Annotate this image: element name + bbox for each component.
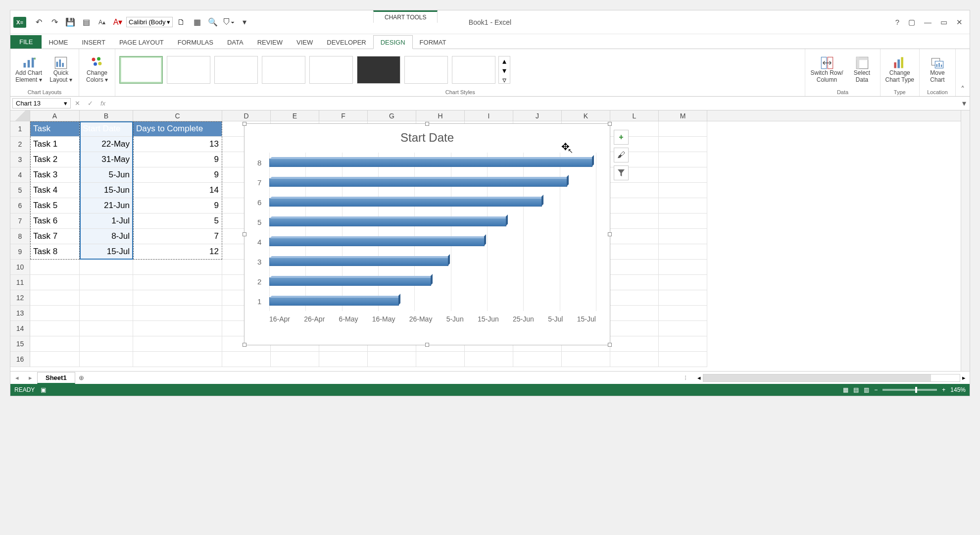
row-header-13[interactable]: 13 [10, 306, 30, 321]
cell-C12[interactable] [133, 290, 222, 306]
maximize-button[interactable]: ▭ [940, 18, 947, 27]
cell-E16[interactable] [271, 352, 319, 367]
cell-L16[interactable] [610, 352, 659, 367]
view-page-break-button[interactable]: ▥ [864, 386, 869, 393]
cell-M5[interactable] [659, 183, 707, 198]
chart-style-1[interactable] [119, 56, 163, 84]
cell-D16[interactable] [222, 352, 271, 367]
chart-bar-3[interactable] [269, 258, 448, 266]
collapse-ribbon-button[interactable]: ˄ [956, 83, 970, 96]
cell-C14[interactable] [133, 321, 222, 336]
qat-customize[interactable]: ▾ [237, 15, 252, 30]
quick-layout-button[interactable]: Quick Layout ▾ [46, 55, 76, 84]
cell-L14[interactable] [610, 321, 659, 336]
save-button[interactable]: 💾 [63, 15, 78, 30]
cell-C4[interactable]: 9 [133, 167, 222, 183]
cell-L11[interactable] [610, 275, 659, 290]
cell-C5[interactable]: 14 [133, 183, 222, 198]
chart-style-8[interactable] [452, 56, 495, 84]
cell-A9[interactable]: Task 8 [30, 244, 80, 260]
row-header-6[interactable]: 6 [10, 198, 30, 214]
cell-L9[interactable] [610, 244, 659, 260]
cell-C9[interactable]: 12 [133, 244, 222, 260]
cell-A11[interactable] [30, 275, 80, 290]
ribbon-tab-design[interactable]: DESIGN [373, 35, 413, 49]
ribbon-tab-review[interactable]: REVIEW [250, 36, 290, 49]
cell-L13[interactable] [610, 306, 659, 321]
chart-style-3[interactable] [214, 56, 258, 84]
ribbon-tab-home[interactable]: HOME [42, 36, 75, 49]
cell-C3[interactable]: 9 [133, 152, 222, 167]
cell-A16[interactable] [30, 352, 80, 367]
cell-B8[interactable]: 8-Jul [80, 229, 133, 244]
horizontal-scrollbar[interactable] [703, 374, 960, 382]
cell-B2[interactable]: 22-May [80, 137, 133, 152]
cell-B11[interactable] [80, 275, 133, 290]
chart-style-6[interactable] [357, 56, 400, 84]
cell-C2[interactable]: 13 [133, 137, 222, 152]
row-header-12[interactable]: 12 [10, 290, 30, 306]
redo-button[interactable]: ↷ [47, 15, 62, 30]
ribbon-tab-page-layout[interactable]: PAGE LAYOUT [112, 36, 171, 49]
cell-A12[interactable] [30, 290, 80, 306]
column-header-C[interactable]: C [133, 110, 222, 121]
column-header-J[interactable]: J [513, 110, 562, 121]
help-button[interactable]: ? [895, 18, 899, 27]
cell-C1[interactable]: Days to Complete [133, 121, 222, 137]
cell-A15[interactable] [30, 336, 80, 352]
chart-resize-handle[interactable] [243, 122, 246, 126]
cell-B10[interactable] [80, 260, 133, 275]
column-header-M[interactable]: M [659, 110, 707, 121]
chart-style-2[interactable] [167, 56, 210, 84]
column-header-K[interactable]: K [562, 110, 610, 121]
cell-M11[interactable] [659, 275, 707, 290]
chart-plot-area[interactable]: 87654321 [269, 153, 596, 311]
chart-style-scroll[interactable]: ▴▾▿ [498, 56, 510, 84]
close-button[interactable]: ✕ [956, 18, 963, 27]
cell-C7[interactable]: 5 [133, 214, 222, 229]
cell-L7[interactable] [610, 214, 659, 229]
column-header-E[interactable]: E [271, 110, 319, 121]
cell-B9[interactable]: 15-Jul [80, 244, 133, 260]
chart-resize-handle[interactable] [425, 343, 429, 347]
undo-button[interactable]: ↶ [31, 15, 46, 30]
cell-M4[interactable] [659, 167, 707, 183]
cell-A5[interactable]: Task 4 [30, 183, 80, 198]
cell-M3[interactable] [659, 152, 707, 167]
sheet-tab-sheet1[interactable]: Sheet1 [37, 372, 75, 384]
column-header-H[interactable]: H [416, 110, 465, 121]
chart-bar-4[interactable] [269, 238, 485, 246]
enter-formula-button[interactable]: ✓ [84, 100, 97, 107]
zoom-out-button[interactable]: − [874, 386, 878, 393]
cell-I16[interactable] [465, 352, 513, 367]
row-header-10[interactable]: 10 [10, 260, 30, 275]
cell-C13[interactable] [133, 306, 222, 321]
cell-M2[interactable] [659, 137, 707, 152]
sheet-nav[interactable]: ◂▸ [10, 374, 37, 381]
cell-C15[interactable] [133, 336, 222, 352]
select-data-button[interactable]: Select Data [847, 55, 877, 84]
chart-resize-handle[interactable] [608, 232, 612, 236]
cell-C11[interactable] [133, 275, 222, 290]
name-box[interactable]: Chart 13▾ [12, 98, 71, 108]
row-header-2[interactable]: 2 [10, 137, 30, 152]
cell-C16[interactable] [133, 352, 222, 367]
minimize-button[interactable]: — [924, 18, 931, 27]
new-sheet-button[interactable]: ⊕ [75, 374, 88, 381]
cell-M13[interactable] [659, 306, 707, 321]
cell-L10[interactable] [610, 260, 659, 275]
cell-A4[interactable]: Task 3 [30, 167, 80, 183]
cell-L12[interactable] [610, 290, 659, 306]
ribbon-tab-insert[interactable]: INSERT [75, 36, 112, 49]
row-header-1[interactable]: 1 [10, 121, 30, 137]
add-chart-element-button[interactable]: + Add Chart Element ▾ [13, 55, 44, 84]
chart-style-5[interactable] [309, 56, 353, 84]
font-color-button[interactable]: A▾ [110, 15, 125, 30]
cell-A14[interactable] [30, 321, 80, 336]
cell-B14[interactable] [80, 321, 133, 336]
cell-A1[interactable]: Task [30, 121, 80, 137]
chart-bar-5[interactable] [269, 218, 506, 226]
cell-M6[interactable] [659, 198, 707, 214]
grid[interactable]: ABCDEFGHIJKLM 1TaskStart DateDays to Com… [10, 110, 961, 371]
view-normal-button[interactable]: ▦ [843, 386, 848, 393]
